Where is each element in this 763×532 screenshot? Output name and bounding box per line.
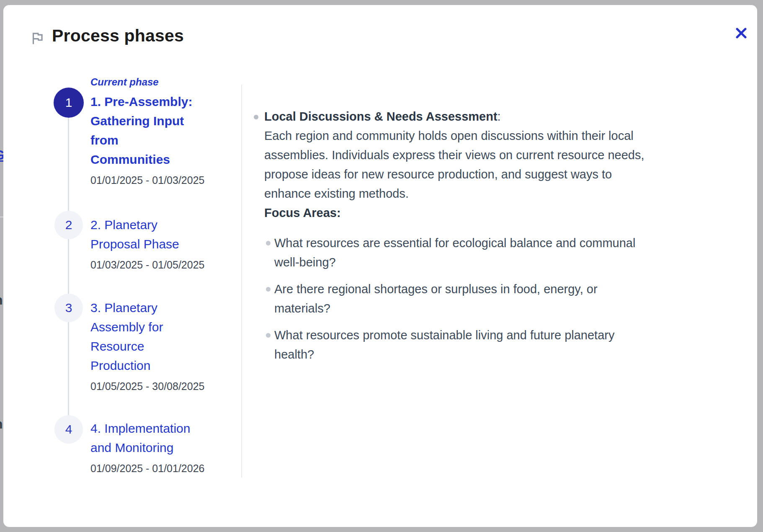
description-lead: Local Discussions & Needs Assessment: bbox=[264, 107, 748, 126]
phase-link-2[interactable]: 2. Planetary Proposal Phase bbox=[90, 215, 229, 254]
phase-item-4: 4. Implementation and Monitoring 01/09/2… bbox=[90, 419, 229, 475]
phase-link-1[interactable]: 1. Pre-Assembly: Gathering Input from Co… bbox=[90, 92, 229, 169]
step-circle-1: 1 bbox=[54, 88, 84, 118]
dialog-header: Process phases bbox=[3, 5, 757, 59]
close-icon bbox=[734, 26, 748, 40]
phase-dates-1: 01/01/2025 - 01/03/2025 bbox=[90, 174, 229, 186]
focus-item-text: Are there regional shortages or surpluse… bbox=[274, 282, 598, 315]
phase-description: Local Discussions & Needs Assessment: Ea… bbox=[254, 107, 748, 372]
step-number: 2 bbox=[65, 218, 72, 232]
list-item: Are there regional shortages or surpluse… bbox=[264, 279, 748, 318]
step-number: 4 bbox=[65, 422, 72, 436]
phase-item-1: 1. Pre-Assembly: Gathering Input from Co… bbox=[90, 92, 229, 186]
phase-dates-3: 01/05/2025 - 30/08/2025 bbox=[90, 380, 229, 393]
current-phase-label: Current phase bbox=[90, 76, 159, 88]
column-divider bbox=[241, 85, 242, 478]
step-number: 1 bbox=[65, 96, 72, 110]
background-text-fragment: n bbox=[0, 416, 3, 432]
dialog-title: Process phases bbox=[52, 26, 184, 46]
list-item: What resources promote sustainable livin… bbox=[264, 325, 748, 364]
flag-icon bbox=[29, 30, 45, 46]
lead-title: Local Discussions & Needs Assessment bbox=[264, 110, 497, 123]
phase-item-2: 2. Planetary Proposal Phase 01/03/2025 -… bbox=[90, 215, 229, 271]
bullet-icon bbox=[266, 333, 271, 338]
step-circle-2: 2 bbox=[54, 211, 83, 239]
focus-areas-heading: Focus Areas: bbox=[264, 203, 748, 222]
phase-link-3[interactable]: 3. Planetary Assembly for Resource Produ… bbox=[90, 298, 229, 375]
phase-link-4[interactable]: 4. Implementation and Monitoring bbox=[90, 419, 229, 457]
focus-item-text: What resources are essential for ecologi… bbox=[274, 236, 635, 269]
focus-item-text: What resources promote sustainable livin… bbox=[274, 328, 614, 361]
step-number: 3 bbox=[65, 301, 72, 315]
phase-item-3: 3. Planetary Assembly for Resource Produ… bbox=[90, 298, 229, 393]
phase-dates-4: 01/09/2025 - 01/01/2026 bbox=[90, 462, 229, 475]
phase-dates-2: 01/03/2025 - 01/05/2025 bbox=[90, 259, 229, 271]
close-button[interactable] bbox=[731, 23, 751, 44]
process-phases-dialog: Process phases 1 2 3 4 Current phase 1. … bbox=[3, 5, 757, 527]
timeline-connector-line bbox=[68, 103, 69, 429]
description-paragraph: Each region and community holds open dis… bbox=[264, 126, 748, 203]
description-bullet: Local Discussions & Needs Assessment: Ea… bbox=[254, 107, 748, 364]
lead-colon: : bbox=[497, 110, 501, 123]
bullet-icon bbox=[266, 287, 271, 292]
list-item: What resources are essential for ecologi… bbox=[264, 233, 748, 272]
step-circle-3: 3 bbox=[54, 294, 83, 322]
step-circle-4: 4 bbox=[54, 415, 83, 444]
focus-areas-list: What resources are essential for ecologi… bbox=[264, 233, 748, 364]
background-text-fragment: n bbox=[0, 292, 3, 308]
bullet-icon bbox=[266, 241, 271, 245]
bullet-icon bbox=[254, 115, 258, 119]
